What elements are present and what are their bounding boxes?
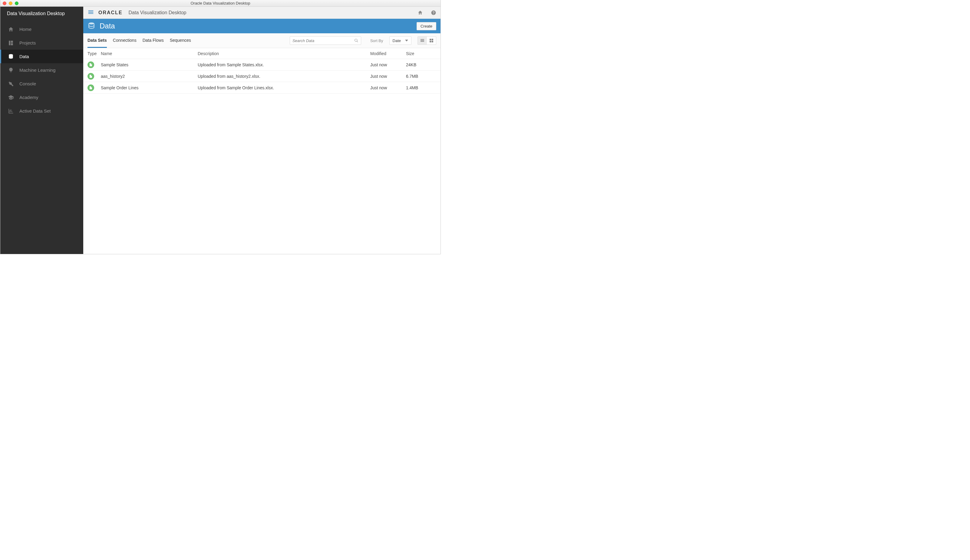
sidebar-item-label: Active Data Set — [19, 108, 50, 113]
row-name: aas_history2 — [101, 74, 198, 79]
sidebar-item-label: Data — [19, 54, 29, 59]
tab-label: Connections — [113, 38, 137, 43]
tab-connections[interactable]: Connections — [113, 33, 137, 48]
hamburger-icon[interactable] — [87, 9, 94, 16]
topbar: ORACLE Data Visualization Desktop — [83, 7, 440, 19]
sidebar: Data Visualization Desktop Home Projects… — [0, 7, 83, 254]
sidebar-item-label: Machine Learning — [19, 68, 55, 73]
row-description: Uploaded from Sample Order Lines.xlsx. — [198, 85, 370, 90]
col-header-description[interactable]: Description — [198, 51, 370, 56]
row-description: Uploaded from aas_history2.xlsx. — [198, 74, 370, 79]
tabs-row: Data Sets Connections Data Flows Sequenc… — [83, 33, 440, 48]
col-header-size[interactable]: Size — [406, 51, 436, 56]
data-table: Type Name Description Modified Size Samp… — [83, 48, 440, 93]
tab-label: Sequences — [170, 38, 191, 43]
list-icon — [420, 38, 425, 43]
main: ORACLE Data Visualization Desktop Data C… — [83, 7, 440, 254]
help-icon[interactable] — [431, 10, 436, 15]
sidebar-item-projects[interactable]: Projects — [0, 36, 83, 50]
chart-icon — [8, 108, 14, 114]
row-name: Sample States — [101, 62, 198, 67]
brand-logo: ORACLE — [98, 10, 123, 15]
row-modified: Just now — [370, 74, 406, 79]
search-box[interactable] — [290, 36, 361, 45]
sidebar-title: Data Visualization Desktop — [0, 7, 83, 21]
sort-by-label: Sort By — [370, 38, 383, 43]
sort-select[interactable]: Date — [389, 36, 412, 45]
col-header-modified[interactable]: Modified — [370, 51, 406, 56]
tab-label: Data Flows — [143, 38, 164, 43]
col-header-name[interactable]: Name — [101, 51, 198, 56]
row-size: 6.7MB — [406, 74, 436, 79]
search-input[interactable] — [292, 38, 354, 43]
sidebar-item-data[interactable]: Data — [0, 50, 83, 63]
bulb-icon — [8, 67, 14, 73]
row-size: 24KB — [406, 62, 436, 67]
table-header: Type Name Description Modified Size — [83, 48, 440, 59]
tools-icon — [8, 81, 14, 87]
svg-point-1 — [89, 22, 94, 25]
grid-view-button[interactable] — [427, 37, 436, 45]
projects-icon — [8, 40, 14, 46]
sidebar-item-label: Academy — [19, 95, 38, 100]
create-button[interactable]: Create — [417, 22, 436, 30]
tab-data-sets[interactable]: Data Sets — [87, 33, 107, 48]
row-size: 1.4MB — [406, 85, 436, 90]
row-type — [87, 85, 101, 91]
sidebar-item-console[interactable]: Console — [0, 77, 83, 90]
view-toggle — [417, 36, 436, 45]
sidebar-item-home[interactable]: Home — [0, 22, 83, 36]
mac-titlebar: Oracle Data Visualization Desktop — [0, 0, 440, 7]
row-modified: Just now — [370, 62, 406, 67]
page-header: Data Create — [83, 19, 440, 33]
chevron-down-icon — [405, 39, 408, 42]
search-icon — [354, 38, 358, 43]
list-view-button[interactable] — [418, 37, 427, 45]
xlsx-icon — [87, 73, 94, 80]
home-icon — [8, 26, 14, 32]
sidebar-item-active-data-set[interactable]: Active Data Set — [0, 104, 83, 118]
page-title: Data — [100, 22, 115, 30]
grid-icon — [429, 38, 434, 43]
sidebar-item-academy[interactable]: Academy — [0, 90, 83, 104]
sidebar-item-label: Home — [19, 27, 32, 32]
table-row[interactable]: Sample Order Lines Uploaded from Sample … — [83, 82, 440, 93]
sort-value: Date — [393, 38, 401, 43]
database-icon — [8, 53, 14, 60]
table-row[interactable]: aas_history2 Uploaded from aas_history2.… — [83, 70, 440, 82]
row-type — [87, 62, 101, 68]
home-icon[interactable] — [417, 10, 423, 15]
row-description: Uploaded from Sample States.xlsx. — [198, 62, 370, 67]
product-name: Data Visualization Desktop — [129, 10, 187, 15]
tab-label: Data Sets — [87, 38, 107, 43]
col-header-type[interactable]: Type — [87, 51, 101, 56]
row-name: Sample Order Lines — [101, 85, 198, 90]
sidebar-item-machine-learning[interactable]: Machine Learning — [0, 63, 83, 77]
xlsx-icon — [87, 62, 94, 68]
database-icon — [87, 22, 95, 30]
xlsx-icon — [87, 85, 94, 91]
tab-data-flows[interactable]: Data Flows — [143, 33, 164, 48]
window-title: Oracle Data Visualization Desktop — [0, 1, 440, 5]
sidebar-items: Home Projects Data Machine Learning — [0, 22, 83, 118]
academy-icon — [8, 95, 14, 100]
sidebar-item-label: Console — [19, 81, 36, 86]
row-type — [87, 73, 101, 80]
sidebar-item-label: Projects — [19, 40, 36, 45]
table-row[interactable]: Sample States Uploaded from Sample State… — [83, 59, 440, 70]
tab-sequences[interactable]: Sequences — [170, 33, 191, 48]
row-modified: Just now — [370, 85, 406, 90]
